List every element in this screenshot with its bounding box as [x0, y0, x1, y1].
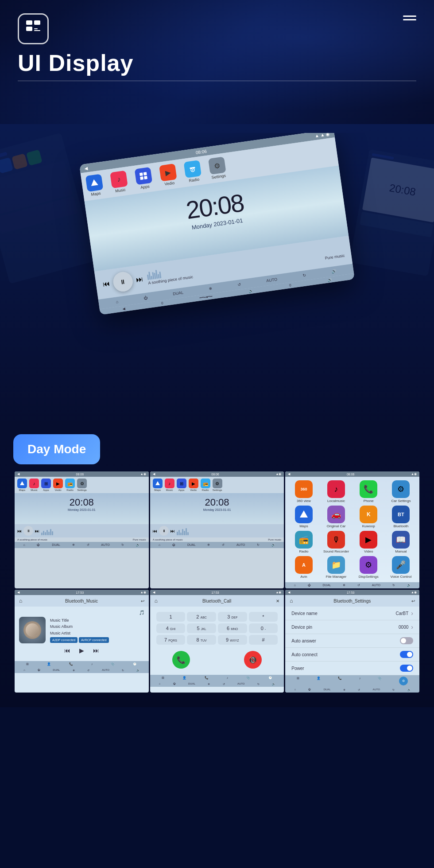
mini-music-2[interactable]: ♪ [165, 479, 174, 488]
bt-auto-connect-toggle[interactable] [400, 651, 413, 658]
nav-settings[interactable]: ⚙ Settings [208, 156, 227, 180]
mini-home-1[interactable]: ⌂ [23, 543, 25, 547]
app-360view[interactable]: 360 360 view [289, 480, 318, 503]
mini-video-2[interactable]: ▶ [189, 479, 198, 488]
bt-device-name-chevron[interactable] [411, 610, 413, 617]
rotate-icon[interactable]: ↻ [302, 273, 306, 278]
mini-play-1[interactable]: ⏸ [23, 526, 33, 536]
app-bluetooth[interactable]: BT Bluetooth [386, 506, 416, 528]
snowflake-icon[interactable]: ❄ [209, 286, 213, 291]
mini-radio-1[interactable]: 📻 [65, 479, 75, 488]
vol-slider[interactable]: ━━━●━━ [199, 294, 213, 300]
bt-music-grid[interactable]: ⊞ [26, 662, 29, 666]
mini-maps-1[interactable] [17, 479, 27, 488]
dial-3[interactable]: 3 DEF [218, 612, 247, 622]
mini-home-2[interactable]: ⌂ [159, 543, 160, 547]
mini-cold-3[interactable]: ❄ [343, 584, 345, 587]
bt-call-phone-icon[interactable]: 📞 [205, 676, 209, 680]
dial-6[interactable]: 6 MNO [218, 623, 247, 633]
mini-radio-2[interactable]: 📻 [201, 479, 210, 488]
answer-call-button[interactable]: 📞 [172, 651, 190, 669]
app-kuwoop[interactable]: K Kuwoop [354, 506, 384, 528]
mini-vol-1[interactable]: 🔊 [136, 543, 140, 547]
bt-call-grid[interactable]: ⊞ [162, 676, 164, 680]
bt-settings-user[interactable]: 👤 [317, 677, 321, 685]
bt-settings-clip[interactable]: 📎 [378, 677, 382, 685]
bt-auto-answer-toggle[interactable] [400, 637, 413, 644]
sound-down[interactable]: 🔉 [248, 288, 253, 293]
bt-next[interactable]: ⏭ [93, 647, 99, 654]
home-icon[interactable]: ⌂ [116, 300, 119, 304]
app-radio[interactable]: 📻 Radio [289, 531, 318, 553]
mini-rotate-2[interactable]: ↻ [257, 543, 260, 547]
app-maps[interactable]: Maps [289, 506, 318, 528]
app-localmusic[interactable]: ♪ Localmusic [321, 480, 351, 503]
mini-prev-1[interactable]: ⏮ [17, 529, 22, 533]
bt-music-home-icon[interactable]: ⌂ [19, 598, 22, 604]
mini-settings-1[interactable]: ⚙ [77, 479, 87, 488]
bt-call-clock[interactable]: 🕐 [268, 676, 272, 680]
nav-radio[interactable]: Radio [184, 160, 202, 183]
mini-rotate-3[interactable]: ↻ [392, 584, 395, 587]
mini-prev-2[interactable]: ⏮ [153, 529, 157, 533]
dial-0dash[interactable]: 0 - [249, 623, 278, 633]
mini-apps-2[interactable]: ⊞ [177, 479, 186, 488]
play-pause-button[interactable]: ⏸ [112, 271, 134, 293]
bt-play[interactable]: ▶ [79, 647, 84, 654]
mini-home-3[interactable]: ⌂ [294, 584, 296, 587]
nav-maps[interactable]: Maps [85, 174, 104, 197]
nav-apps[interactable]: Apps [135, 167, 153, 191]
dial-2[interactable]: 2 ABC [187, 612, 216, 622]
mini-apps-1[interactable]: ⊞ [41, 479, 51, 488]
bt-device-pin-chevron[interactable] [411, 623, 413, 631]
bt-settings-highlight[interactable]: ⚙ [399, 677, 408, 685]
app-phone[interactable]: 📞 Phone [354, 480, 384, 503]
nav-video[interactable]: ▶ Vedio [159, 163, 178, 187]
volume-icon[interactable]: 🔊 [331, 269, 336, 274]
mini-vol-3[interactable]: 🔊 [407, 584, 411, 587]
app-manual[interactable]: 📖 Manual [386, 531, 416, 553]
mini-cold-2[interactable]: ❄ [207, 543, 210, 547]
dial-7[interactable]: 7 PQRS [156, 635, 186, 645]
app-avin[interactable]: A Avin [289, 556, 318, 579]
dial-5[interactable]: 5 JKL [187, 623, 216, 633]
mini-settings-2[interactable]: ⚙ [213, 479, 222, 488]
bt-settings-phone-icon[interactable]: 📞 [338, 677, 342, 685]
bt-settings-note[interactable]: ♪ [359, 677, 361, 685]
mini-music-1[interactable]: ♪ [29, 479, 39, 488]
bt-settings-home-nav[interactable]: ⌂ [294, 688, 296, 691]
bt-prev[interactable]: ⏮ [64, 647, 70, 654]
vol-up[interactable]: 🔊 [327, 277, 332, 282]
dial-9[interactable]: 9 WXYZ [218, 635, 247, 645]
bt-home-nav[interactable]: ⌂ [23, 669, 25, 672]
mini-loop-1[interactable]: ↺ [87, 543, 89, 547]
mini-cold-1[interactable]: ❄ [72, 543, 75, 547]
mini-power-3[interactable]: ⏻ [308, 584, 311, 587]
dial-4[interactable]: 4 GHI [156, 623, 186, 633]
bt-music-clock[interactable]: 🕐 [133, 662, 137, 666]
mini-play-2[interactable]: ⏸ [159, 526, 169, 536]
app-soundrecorder[interactable]: 🎙 Sound Recorder [321, 531, 351, 553]
bt-settings-home-icon[interactable]: ⌂ [290, 598, 293, 604]
dial-8[interactable]: 8 TUV [187, 635, 216, 645]
bt-call-close[interactable]: ✕ [276, 599, 279, 603]
bt-music-note-icon[interactable]: ♪ [91, 662, 93, 666]
bt-call-user[interactable]: 👤 [182, 676, 186, 680]
mini-vol-2[interactable]: 🔊 [271, 543, 275, 547]
bt-call-note[interactable]: ♪ [227, 676, 229, 680]
bt-call-home-nav[interactable]: ⌂ [159, 682, 161, 685]
app-video[interactable]: ▶ Video [354, 531, 384, 553]
power-icon[interactable]: ⏻ [143, 296, 148, 300]
mini-next-1[interactable]: ⏭ [35, 529, 39, 533]
bt-call-clip[interactable]: 📎 [246, 676, 250, 680]
bt-music-user[interactable]: 👤 [47, 662, 51, 666]
mini-video-1[interactable]: ▶ [53, 479, 63, 488]
bt-power-toggle[interactable] [400, 665, 413, 672]
bt-settings-back-icon[interactable]: ↩ [411, 599, 415, 603]
dial-1[interactable]: 1 [156, 612, 186, 622]
mini-power-2[interactable]: ⏻ [172, 543, 175, 547]
mini-loop-3[interactable]: ↺ [357, 584, 360, 587]
mini-loop-2[interactable]: ↺ [222, 543, 225, 547]
bt-music-back-icon[interactable]: ↩ [141, 599, 144, 603]
nav-music[interactable]: ♪ Music [110, 171, 128, 194]
